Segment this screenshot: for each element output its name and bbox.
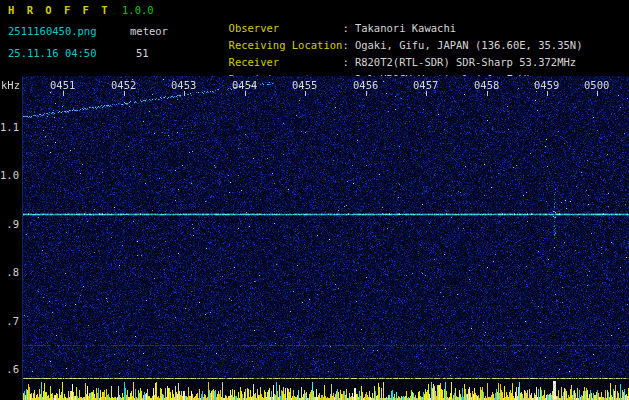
y-tick-label: .9	[0, 218, 19, 230]
x-tick-mark	[305, 91, 306, 96]
info-row-observer: Observer:Takanori Kawachi	[178, 3, 582, 20]
y-tick-label: 1.0	[0, 169, 19, 181]
output-filename: 2511160450.png	[8, 25, 97, 37]
x-tick-label: 0457	[413, 79, 438, 91]
x-tick-label: 0456	[353, 79, 378, 91]
info-label: Observer	[229, 20, 343, 37]
x-tick-mark	[426, 91, 427, 96]
observation-info: Observer:Takanori Kawachi Receiving Loca…	[178, 3, 582, 71]
app-version: 1.0.0	[122, 4, 154, 16]
info-value: Takanori Kawachi	[355, 22, 456, 34]
info-value: Ogaki, Gifu, JAPAN (136.60E, 35.35N)	[355, 39, 583, 51]
x-tick-label: 0500	[584, 79, 609, 91]
x-tick-label: 0455	[292, 79, 317, 91]
x-tick-mark	[366, 91, 367, 96]
x-tick-label: 0451	[50, 79, 75, 91]
datetime-label: 25.11.16 04:50	[8, 47, 97, 59]
info-colon: :	[343, 39, 349, 51]
mode-label: meteor	[130, 25, 168, 37]
y-tick-label: .8	[0, 266, 19, 278]
x-tick-mark	[63, 91, 64, 96]
x-tick-mark	[184, 91, 185, 96]
spectrogram-canvas	[22, 76, 629, 400]
echo-count: 51	[136, 47, 149, 59]
y-tick-label: 1.1	[0, 121, 19, 133]
info-colon: :	[343, 22, 349, 34]
y-tick-label: .6	[0, 363, 19, 375]
y-tick-label: .7	[0, 315, 19, 327]
x-tick-mark	[245, 91, 246, 96]
info-value: R820T2(RTL-SDR) SDR-Sharp 53.372MHz	[355, 56, 576, 68]
x-tick-mark	[597, 91, 598, 96]
x-tick-mark	[547, 91, 548, 96]
info-label: Receiver	[229, 54, 343, 71]
x-tick-label: 0453	[171, 79, 196, 91]
info-label: Receiving Location	[229, 37, 343, 54]
x-tick-label: 0452	[111, 79, 136, 91]
info-colon: :	[343, 56, 349, 68]
x-tick-label: 0454	[232, 79, 257, 91]
x-tick-label: 0458	[474, 79, 499, 91]
x-tick-mark	[487, 91, 488, 96]
x-tick-label: 0459	[534, 79, 559, 91]
y-axis-unit: kHz	[1, 79, 20, 91]
hrofft-window: H R O F F T 1.0.0 2511160450.png meteor …	[0, 0, 629, 400]
app-title: H R O F F T	[8, 4, 111, 16]
x-tick-mark	[124, 91, 125, 96]
